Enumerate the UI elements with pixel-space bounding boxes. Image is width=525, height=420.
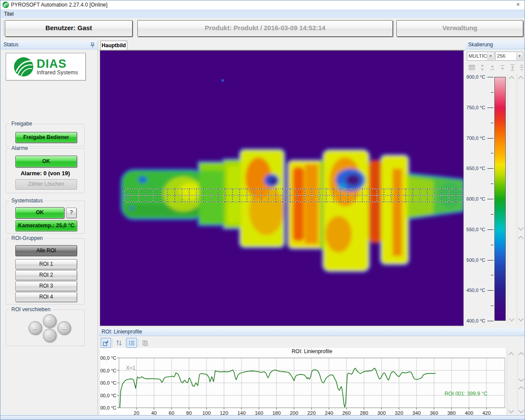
title-bar: PYROSOFT Automation 2.27.4.0 [Online] × <box>0 0 525 10</box>
roi-4-button[interactable]: ROI 4 <box>15 292 77 302</box>
scale-max-increase-icon[interactable] <box>509 76 514 81</box>
freigabe-group: Freigabe Freigabe Bediener <box>6 124 85 146</box>
scale-tick <box>487 321 494 321</box>
palette-select[interactable]: MULTICOLOR ▾ <box>467 52 494 61</box>
close-icon[interactable]: × <box>514 1 522 8</box>
camera-temp-button[interactable]: Kameratemp.: 25,0 °C <box>15 220 77 231</box>
chart-annotation: X=1 <box>126 365 136 371</box>
toolbar-separator <box>138 339 139 347</box>
freigabe-bediener-button[interactable]: Freigabe Bediener <box>15 132 77 143</box>
scale-properties-icon[interactable] <box>469 64 476 71</box>
roi-gruppen-label: ROI-Gruppen <box>10 235 45 241</box>
scale-compress-icon[interactable] <box>518 64 525 71</box>
user-button[interactable]: Benutzer: Gast <box>5 20 133 37</box>
scale-tick <box>487 290 494 291</box>
copy-button[interactable] <box>140 338 150 348</box>
scale-min-decrease-icon[interactable] <box>509 316 514 322</box>
thermal-image[interactable] <box>100 51 463 326</box>
chart-upper-up-icon[interactable] <box>518 352 524 358</box>
profile-chart[interactable]: ROI: Linienprofile800,0 °C700,0 °C600,0 … <box>100 348 506 415</box>
help-button[interactable]: ? <box>66 208 77 218</box>
chart-up-icon[interactable] <box>508 352 514 358</box>
scale-upper-down-icon[interactable] <box>518 225 524 231</box>
pin-icon[interactable] <box>90 42 95 48</box>
y-tick-label: 800,0 °C <box>100 355 116 361</box>
chart-scroll-track-inner <box>517 350 525 415</box>
chart-down-icon[interactable] <box>508 408 514 413</box>
list-view-icon <box>129 340 135 346</box>
roi-3-button[interactable]: ROI 3 <box>15 281 77 291</box>
roi-verschieben-label: ROI verschieben <box>10 306 52 312</box>
flip-axis-button[interactable] <box>114 338 124 348</box>
chart-upper-down-icon[interactable] <box>518 376 524 382</box>
tab-hauptbild[interactable]: Hauptbild <box>100 41 127 50</box>
palette-select-value: MULTICOLOR <box>469 53 487 59</box>
roi-move-right-button[interactable]: → <box>57 321 71 335</box>
x-tick-label: 300 <box>377 410 385 415</box>
scale-label: 700,0 °C <box>466 135 485 141</box>
profile-panel: ROI: Linienprofile ROI: Linienprofile800… <box>99 328 525 416</box>
list-view-button[interactable] <box>126 338 137 348</box>
y-tick-label: 600,0 °C <box>100 380 116 385</box>
dias-logo-subtitle: Infrared Systems <box>37 69 78 76</box>
x-tick-label: 200 <box>290 410 298 415</box>
alarm-count-text: Alarme: 0 (von 19) <box>6 170 84 177</box>
alarm-ok-button[interactable]: OK <box>15 156 77 167</box>
scale-tick <box>487 108 494 108</box>
chevron-down-icon: ▾ <box>516 52 522 60</box>
window-title: PYROSOFT Automation 2.27.4.0 [Online] <box>11 2 108 8</box>
x-tick-label: 120 <box>220 410 228 415</box>
toolbar-grip[interactable] <box>1 21 4 35</box>
scale-autorange-icon[interactable] <box>479 64 486 71</box>
chart-lower-up-icon[interactable] <box>518 386 524 392</box>
open-window-icon <box>103 340 109 346</box>
roi-move-down-button[interactable]: ↓ <box>43 329 56 342</box>
profile-chart-svg[interactable]: ROI: Linienprofile800,0 °C700,0 °C600,0 … <box>100 348 506 415</box>
x-tick-label: 380 <box>447 410 455 415</box>
system-ok-button[interactable]: OK <box>15 207 64 219</box>
color-scale-bar[interactable] <box>494 77 506 321</box>
roi-verschieben-group: ROI verschieben ↑ ← → ↓ <box>6 309 85 346</box>
freigabe-label: Freigabe <box>10 121 34 127</box>
copy-icon <box>142 340 148 346</box>
scale-lower-up-icon[interactable] <box>518 236 524 241</box>
sort-arrows-icon <box>116 340 122 346</box>
x-tick-label: 160 <box>255 410 263 415</box>
clear-counter-button[interactable]: Zähler Löschen <box>15 179 77 190</box>
x-tick-label: 80 <box>186 410 192 415</box>
roi-gruppen-group: ROI-Gruppen Alle ROI ROI 1 ROI 2 ROI 3 R… <box>6 238 85 305</box>
alle-roi-button[interactable]: Alle ROI <box>15 245 77 256</box>
admin-button[interactable]: Verwaltung <box>396 20 523 37</box>
scale-tick <box>491 184 494 184</box>
x-tick-label: 180 <box>272 410 280 415</box>
product-button[interactable]: Produkt: Produkt / 2016-03-09 14:52:14 <box>137 20 393 37</box>
scale-tick <box>491 245 494 245</box>
scale-ruler: 800,0 °C750,0 °C700,0 °C650,0 °C600,0 °C… <box>466 77 494 321</box>
chart-lower-down-icon[interactable] <box>518 408 524 413</box>
scale-upper-up-icon[interactable] <box>518 76 524 81</box>
scale-adjust-track-inner <box>517 74 525 324</box>
roi-move-left-button[interactable]: ← <box>28 321 42 335</box>
scale-label: 800,0 °C <box>466 74 485 80</box>
levels-select[interactable]: 256 ▾ <box>495 52 523 61</box>
scale-max-up-icon[interactable] <box>489 64 496 71</box>
scale-expand-icon[interactable] <box>509 64 516 71</box>
status-panel-header: Status <box>1 41 98 49</box>
scale-min-down-icon[interactable] <box>499 64 506 71</box>
menu-item-titel[interactable]: Titel <box>4 11 14 17</box>
scale-tick <box>487 138 494 139</box>
toolbar-separator <box>125 339 126 347</box>
chart-scroll-track-outer <box>507 350 515 415</box>
scale-tick <box>491 92 494 93</box>
scale-tick <box>491 153 494 153</box>
roi-2-button[interactable]: ROI 2 <box>15 270 77 280</box>
roi-move-up-button[interactable]: ↑ <box>43 314 56 328</box>
open-window-button[interactable] <box>101 338 111 348</box>
scale-lower-down-icon[interactable] <box>518 316 524 322</box>
x-tick-label: 360 <box>430 410 438 415</box>
x-tick-label: 100 <box>202 410 210 415</box>
roi-1-button[interactable]: ROI 1 <box>15 259 77 269</box>
profile-panel-header: ROI: Linienprofile <box>99 328 525 336</box>
scale-label: 400,0 °C <box>466 318 485 323</box>
x-tick-label: 260 <box>342 410 350 415</box>
